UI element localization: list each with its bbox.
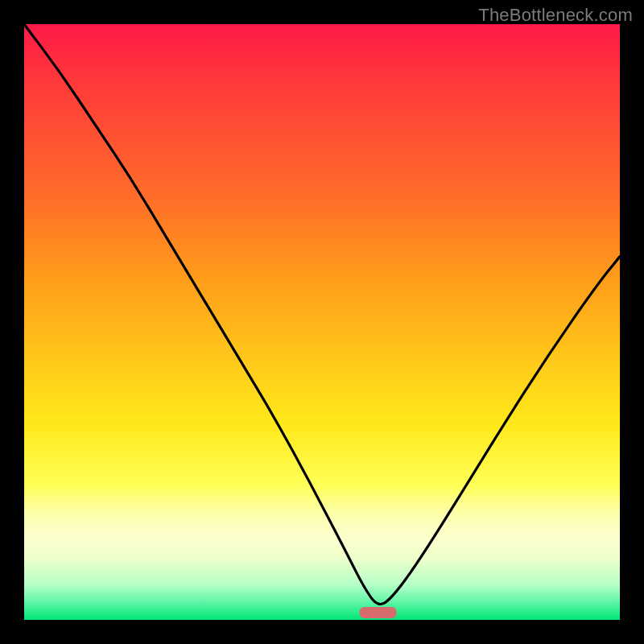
curve-svg [24, 24, 620, 620]
chart-frame: TheBottleneck.com [0, 0, 644, 644]
optimum-marker [360, 607, 397, 618]
plot-area [24, 24, 620, 620]
watermark-label: TheBottleneck.com [478, 5, 633, 26]
bottleneck-curve [24, 24, 620, 604]
